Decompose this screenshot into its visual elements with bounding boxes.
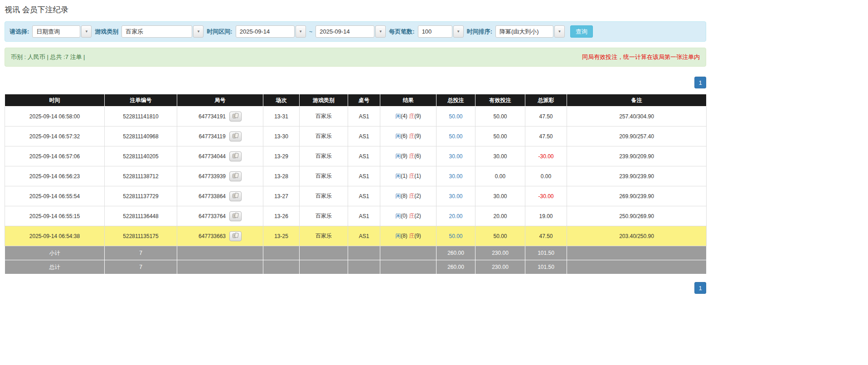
cell-round: 647733764	[177, 206, 263, 226]
total-bet-link[interactable]: 50.00	[449, 113, 462, 120]
subtotal-empty-cell	[348, 246, 380, 260]
page-1-button[interactable]: 1	[694, 282, 706, 294]
cell-payout: 47.50	[525, 127, 567, 146]
grand-total-total-bet: 260.00	[436, 260, 475, 274]
view-round-result-button[interactable]	[229, 151, 242, 161]
cell-payout: 47.50	[525, 107, 567, 127]
query-type-select[interactable]: 日期查询 ▼	[32, 25, 92, 38]
cell-remark: 203.40/250.90	[567, 226, 707, 246]
cell-table-no: AS1	[348, 107, 380, 127]
chevron-down-icon[interactable]: ▼	[296, 25, 306, 38]
grand-total-row: 总计 7 260.00 230.00 101.50	[5, 260, 707, 274]
view-round-result-button[interactable]	[229, 171, 242, 181]
player-result-label: 闲	[395, 153, 401, 159]
player-result-score: (6)	[401, 133, 409, 139]
cell-payout: -30.00	[525, 146, 567, 166]
cell-remark: 209.90/257.40	[567, 127, 707, 146]
cell-remark: 239.90/209.90	[567, 146, 707, 166]
total-bet-link[interactable]: 30.00	[449, 193, 462, 200]
grand-total-empty-cell	[567, 260, 707, 274]
player-result-label: 闲	[395, 113, 401, 119]
player-result-score: (4)	[401, 113, 409, 119]
view-round-result-button[interactable]	[229, 231, 242, 241]
grand-total-valid-bet: 230.00	[475, 260, 525, 274]
total-bet-link[interactable]: 20.00	[449, 213, 462, 219]
header-total-bet: 总投注	[436, 94, 475, 107]
total-bet-link[interactable]: 30.00	[449, 153, 462, 160]
table-row: 2025-09-14 06:58:00522811141810647734191…	[5, 107, 707, 127]
cell-result: 闲(0) 庄(2)	[380, 206, 436, 226]
date-to-select[interactable]: 2025-09-14 ▼	[315, 25, 386, 38]
cell-session: 13-30	[263, 127, 300, 146]
cell-game-type: 百家乐	[300, 206, 348, 226]
query-type-label: 请选择:	[10, 28, 29, 36]
player-result-label: 闲	[395, 193, 401, 199]
cell-valid-bet: 50.00	[475, 107, 525, 127]
cell-result: 闲(4) 庄(9)	[380, 107, 436, 127]
grand-total-empty-cell	[300, 260, 348, 274]
view-round-result-button[interactable]	[229, 112, 242, 122]
header-session: 场次	[263, 94, 300, 107]
subtotal-empty-cell	[177, 246, 263, 260]
search-button[interactable]: 查询	[570, 25, 593, 38]
cell-table-no: AS1	[348, 127, 380, 146]
banker-result-score: (2)	[414, 213, 421, 219]
view-round-result-button[interactable]	[229, 191, 242, 201]
chevron-down-icon[interactable]: ▼	[453, 25, 464, 38]
table-header-row: 时间 注单编号 局号 场次 游戏类别 桌号 结果 总投注 有效投注 总派彩 备注	[5, 94, 707, 107]
query-type-value[interactable]: 日期查询	[32, 25, 80, 38]
round-number: 647733864	[199, 193, 226, 200]
header-game-type: 游戏类别	[300, 94, 348, 107]
per-page-select[interactable]: 100 ▼	[418, 25, 464, 38]
date-from-select[interactable]: 2025-09-14 ▼	[236, 25, 306, 38]
table-row: 2025-09-14 06:57:06522811140205647734044…	[5, 146, 707, 166]
view-round-result-button[interactable]	[229, 131, 242, 141]
cell-bet-id: 522811135175	[105, 226, 177, 246]
total-bet-link[interactable]: 30.00	[449, 173, 462, 180]
cards-icon	[232, 153, 239, 160]
page-1-button[interactable]: 1	[694, 77, 706, 88]
date-to-value[interactable]: 2025-09-14	[315, 25, 374, 38]
grand-total-empty-cell	[263, 260, 300, 274]
cell-valid-bet: 20.00	[475, 206, 525, 226]
header-remark: 备注	[567, 94, 707, 107]
game-type-select[interactable]: 百家乐 ▼	[121, 25, 204, 38]
grand-total-count: 7	[105, 260, 177, 274]
player-result-score: (8)	[401, 193, 409, 199]
cell-time: 2025-09-14 06:57:32	[5, 127, 105, 146]
total-bet-link[interactable]: 50.00	[449, 233, 462, 239]
subtotal-empty-cell	[380, 246, 436, 260]
player-result-label: 闲	[395, 173, 401, 179]
cell-time: 2025-09-14 06:58:00	[5, 107, 105, 127]
cell-result: 闲(9) 庄(6)	[380, 146, 436, 166]
cell-total-bet: 50.00	[436, 107, 475, 127]
subtotal-empty-cell	[263, 246, 300, 260]
chevron-down-icon[interactable]: ▼	[554, 25, 565, 38]
view-round-result-button[interactable]	[229, 211, 242, 221]
cell-bet-id: 522811138712	[105, 166, 177, 186]
per-page-value[interactable]: 100	[418, 25, 452, 38]
sort-select[interactable]: 降冪(由大到小) ▼	[495, 25, 565, 38]
round-number: 647733663	[199, 233, 226, 239]
cards-icon	[232, 193, 239, 200]
table-row: 2025-09-14 06:56:23522811138712647733939…	[5, 166, 707, 186]
cell-game-type: 百家乐	[300, 146, 348, 166]
cell-round: 647734044	[177, 146, 263, 166]
date-from-value[interactable]: 2025-09-14	[236, 25, 295, 38]
cell-bet-id: 522811140205	[105, 146, 177, 166]
cell-table-no: AS1	[348, 186, 380, 206]
chevron-down-icon[interactable]: ▼	[375, 25, 386, 38]
chevron-down-icon[interactable]: ▼	[193, 25, 204, 38]
cell-remark: 250.90/269.90	[567, 206, 707, 226]
game-type-value[interactable]: 百家乐	[121, 25, 192, 38]
sort-value[interactable]: 降冪(由大到小)	[495, 25, 553, 38]
chevron-down-icon[interactable]: ▼	[81, 25, 92, 38]
grand-total-empty-cell	[177, 260, 263, 274]
cell-valid-bet: 30.00	[475, 186, 525, 206]
total-bet-link[interactable]: 50.00	[449, 133, 462, 140]
player-result-score: (0)	[401, 213, 409, 219]
grand-total-payout: 101.50	[525, 260, 567, 274]
cell-round: 647734119	[177, 127, 263, 146]
banker-result-label: 庄	[409, 213, 414, 219]
banker-result-label: 庄	[409, 193, 414, 199]
